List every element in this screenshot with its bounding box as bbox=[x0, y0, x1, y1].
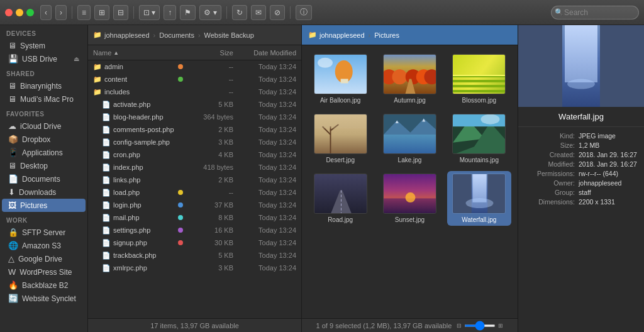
googledrive-icon: △ bbox=[8, 254, 14, 263]
gallery-item-waterfall[interactable]: Waterfall.jpg bbox=[447, 171, 511, 226]
file-row[interactable]: 📄 load.php -- Today 13:24 bbox=[88, 186, 301, 199]
sidebar-item-amazons3[interactable]: 🌐 Amazon S3 bbox=[2, 239, 86, 252]
forward-button[interactable]: › bbox=[55, 5, 67, 20]
thumb-canvas-air-balloon bbox=[314, 55, 367, 94]
thumb-canvas-waterfall bbox=[453, 174, 506, 214]
gallery-thumb-lake bbox=[383, 114, 436, 154]
view-list-button[interactable]: ≡ bbox=[77, 5, 91, 20]
eject-icon[interactable]: ⏏ bbox=[74, 55, 79, 62]
file-row[interactable]: 📄 signup.php 30 KB Today 13:24 bbox=[88, 236, 301, 249]
gallery-item-sunset[interactable]: Sunset.jpg bbox=[377, 171, 441, 226]
gallery-item-mountains[interactable]: Mountains.jpg bbox=[447, 111, 511, 166]
info-button[interactable]: ⓘ bbox=[296, 5, 312, 20]
gallery-thumb-waterfall bbox=[452, 174, 506, 214]
sidebar-item-pictures[interactable]: 🖼 Pictures bbox=[2, 199, 86, 212]
file-row[interactable]: 📄 cron.php 4 KB Today 13:24 bbox=[88, 148, 301, 161]
back-button[interactable]: ‹ bbox=[40, 5, 52, 20]
minimize-button[interactable] bbox=[16, 9, 23, 16]
file-row[interactable]: 📁 content -- Today 13:24 bbox=[88, 73, 301, 86]
gallery-item-autumn[interactable]: Autumn.jpg bbox=[377, 52, 441, 106]
file-row[interactable]: 📄 mail.php 8 KB Today 13:24 bbox=[88, 211, 301, 224]
mail-button[interactable]: ✉ bbox=[251, 5, 266, 20]
sidebar-item-dropbox[interactable]: 📦 Dropbox bbox=[2, 133, 86, 146]
file-row[interactable]: 📄 xmlrpc.php 3 KB Today 13:24 bbox=[88, 262, 301, 274]
file-row[interactable]: 📄 blog-header.php 364 bytes Today 13:24 bbox=[88, 111, 301, 123]
gallery-label-mountains: Mountains.jpg bbox=[460, 157, 499, 163]
file-list-header: Name ▲ Size Date Modified bbox=[88, 45, 301, 60]
file-size: 30 KB bbox=[183, 239, 233, 246]
file-row[interactable]: 📁 admin -- Today 13:24 bbox=[88, 60, 301, 73]
sidebar-item-binarynights[interactable]: 🖥 Binarynights bbox=[2, 79, 86, 92]
file-row[interactable]: 📄 config-sample.php 3 KB Today 13:24 bbox=[88, 136, 301, 148]
preview-info: Kind: JPEG image Size: 1,2 MB Created: 2… bbox=[518, 127, 644, 332]
sidebar-item-binarynights-label: Binarynights bbox=[20, 82, 62, 91]
sidebar-item-desktop[interactable]: 🖥 Desktop bbox=[2, 159, 86, 172]
col-name-label[interactable]: Name bbox=[93, 49, 111, 57]
sidebar-item-wordpress[interactable]: W WordPress Site bbox=[2, 265, 86, 279]
created-value: 2018. Jan 29. 16:27 bbox=[579, 151, 638, 158]
file-row[interactable]: 📄 settings.php 16 KB Today 13:24 bbox=[88, 224, 301, 236]
sidebar-item-websitesynclet[interactable]: 🔄 Website Synclet bbox=[2, 292, 86, 305]
search-input[interactable] bbox=[551, 6, 639, 19]
refresh-button[interactable]: ↻ bbox=[232, 5, 247, 20]
info-row-modified: Modified: 2018. Jan 29. 16:27 bbox=[525, 160, 638, 168]
sidebar-item-usb[interactable]: 💾 USB Drive ⏏ bbox=[2, 52, 86, 65]
sidebar-item-applications[interactable]: 📱 Applications bbox=[2, 146, 86, 159]
gallery-item-road[interactable]: Road.jpg bbox=[308, 171, 372, 226]
file-size: 4 KB bbox=[183, 151, 233, 158]
status-dot bbox=[178, 190, 183, 195]
file-date: Today 13:24 bbox=[233, 126, 296, 133]
sidebar-item-icloud[interactable]: ☁ iCloud Drive bbox=[2, 119, 86, 133]
zoom-slider[interactable] bbox=[464, 324, 496, 327]
view-options-button[interactable]: ⊡ ▾ bbox=[139, 5, 160, 20]
shared-header: Shared bbox=[0, 65, 87, 79]
sidebar-item-backblaze[interactable]: 🔥 Backblaze B2 bbox=[2, 279, 86, 292]
pictures-icon: 🖼 bbox=[8, 201, 16, 210]
sidebar: Devices 🖥 System 💾 USB Drive ⏏ Shared 🖥 … bbox=[0, 25, 88, 332]
mudi-icon: 🖥 bbox=[8, 94, 16, 104]
file-row[interactable]: 📄 login.php 37 KB Today 13:24 bbox=[88, 199, 301, 211]
file-name: includes bbox=[104, 88, 178, 96]
sidebar-item-sftp[interactable]: 🔒 SFTP Server bbox=[2, 226, 86, 239]
sidebar-item-downloads[interactable]: ⬇ Downloads bbox=[2, 185, 86, 199]
file-row[interactable]: 📄 index.php 418 bytes Today 13:24 bbox=[88, 161, 301, 174]
gallery-item-lake[interactable]: Lake.jpg bbox=[377, 111, 441, 166]
file-row[interactable]: 📄 trackback.php 5 KB Today 13:24 bbox=[88, 249, 301, 262]
view-grid-button[interactable]: ⊟ bbox=[113, 5, 128, 20]
info-row-created: Created: 2018. Jan 29. 16:27 bbox=[525, 151, 638, 158]
file-icon: 📁 bbox=[93, 63, 102, 71]
file-date: Today 13:24 bbox=[233, 163, 296, 171]
info-row-owner: Owner: johnappleseed bbox=[525, 179, 638, 187]
desktop-icon: 🖥 bbox=[8, 161, 16, 170]
file-row[interactable]: 📄 links.php 2 KB Today 13:24 bbox=[88, 174, 301, 186]
action-button[interactable]: ↑ bbox=[164, 5, 176, 20]
col-date-label[interactable]: Date Modified bbox=[233, 49, 296, 57]
sidebar-item-googledrive[interactable]: △ Google Drive bbox=[2, 252, 86, 265]
file-icon: 📄 bbox=[102, 239, 111, 247]
view-columns-button[interactable]: ⊞ bbox=[94, 5, 109, 20]
sidebar-item-googledrive-label: Google Drive bbox=[18, 255, 62, 263]
file-size: 418 bytes bbox=[183, 163, 233, 171]
sidebar-item-mudi[interactable]: 🖥 Mudi's iMac Pro bbox=[2, 92, 86, 106]
share-button[interactable]: ⚑ bbox=[180, 5, 196, 20]
gallery-item-desert[interactable]: Desert.jpg bbox=[308, 111, 372, 166]
gallery-item-blossom[interactable]: Blossom.jpg bbox=[447, 52, 511, 106]
sync-button[interactable]: ⚙ ▾ bbox=[199, 5, 221, 20]
file-size: 5 KB bbox=[183, 101, 233, 108]
file-date: Today 13:24 bbox=[233, 113, 296, 121]
close-button[interactable] bbox=[5, 9, 13, 16]
file-row[interactable]: 📁 includes -- Today 13:24 bbox=[88, 86, 301, 98]
maximize-button[interactable] bbox=[26, 9, 34, 16]
status-dot bbox=[178, 215, 183, 220]
file-row[interactable]: 📄 comments-post.php 2 KB Today 13:24 bbox=[88, 123, 301, 136]
col-size-label[interactable]: Size bbox=[183, 49, 233, 57]
sidebar-item-system[interactable]: 🖥 System bbox=[2, 39, 86, 52]
gallery-label-road: Road.jpg bbox=[328, 216, 353, 223]
separator-1 bbox=[72, 6, 72, 19]
misc-button[interactable]: ⊘ bbox=[270, 5, 285, 20]
file-row[interactable]: 📄 activate.php 5 KB Today 13:24 bbox=[88, 98, 301, 111]
gallery-item-air-balloon[interactable]: Air Balloon.jpg bbox=[308, 52, 372, 106]
sidebar-item-documents[interactable]: 📄 Documents bbox=[2, 172, 86, 185]
icloud-icon: ☁ bbox=[8, 121, 16, 131]
modified-label: Modified: bbox=[525, 160, 575, 168]
